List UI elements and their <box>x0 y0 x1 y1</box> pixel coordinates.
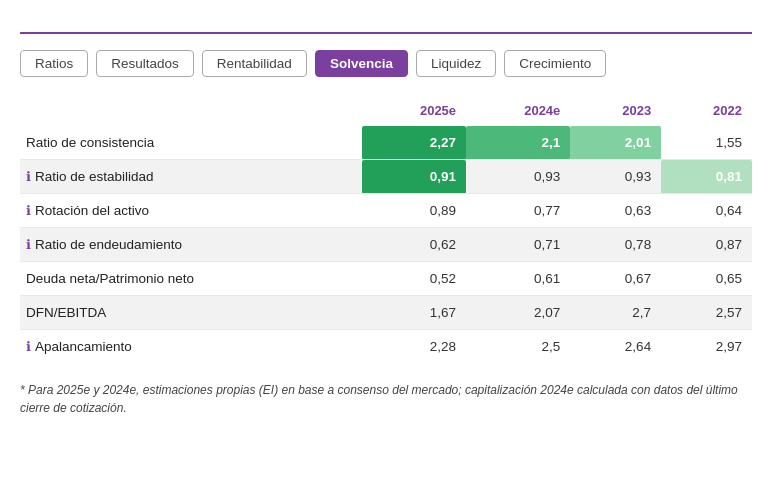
row-label-2: ℹRotación del activo <box>20 194 362 228</box>
row-label-text-2: Rotación del activo <box>35 203 149 218</box>
row-label-5: DFN/EBITDA <box>20 296 362 330</box>
info-icon[interactable]: ℹ <box>26 203 31 218</box>
info-icon[interactable]: ℹ <box>26 169 31 184</box>
cell-r4-c3: 0,65 <box>661 262 752 296</box>
cell-r1-c0: 0,91 <box>362 160 466 194</box>
cell-r3-c3: 0,87 <box>661 228 752 262</box>
footnote: * Para 2025e y 2024e, estimaciones propi… <box>20 381 752 417</box>
table-row: ℹRotación del activo0,890,770,630,64 <box>20 194 752 228</box>
row-label-text-5: DFN/EBITDA <box>26 305 106 320</box>
cell-r3-c0: 0,62 <box>362 228 466 262</box>
row-label-0: Ratio de consistencia <box>20 126 362 160</box>
row-label-6: ℹApalancamiento <box>20 330 362 364</box>
table-row: ℹRatio de estabilidad0,910,930,930,81 <box>20 160 752 194</box>
row-label-text-1: Ratio de estabilidad <box>35 169 154 184</box>
data-table: 2025e2024e20232022 Ratio de consistencia… <box>20 99 752 363</box>
cell-r2-c0: 0,89 <box>362 194 466 228</box>
cell-r2-c3: 0,64 <box>661 194 752 228</box>
col-header-2023: 2023 <box>570 99 661 126</box>
cell-r4-c1: 0,61 <box>466 262 570 296</box>
tab-ratios[interactable]: Ratios <box>20 50 88 77</box>
cell-r2-c1: 0,77 <box>466 194 570 228</box>
cell-r1-c1: 0,93 <box>466 160 570 194</box>
cell-r5-c1: 2,07 <box>466 296 570 330</box>
row-label-text-6: Apalancamiento <box>35 339 132 354</box>
table-row: Ratio de consistencia2,272,12,011,55 <box>20 126 752 160</box>
main-container: RatiosResultadosRentabilidadSolvenciaLiq… <box>0 0 772 433</box>
cell-r5-c0: 1,67 <box>362 296 466 330</box>
table-row: ℹApalancamiento2,282,52,642,97 <box>20 330 752 364</box>
row-label-text-0: Ratio de consistencia <box>26 135 154 150</box>
row-label-text-4: Deuda neta/Patrimonio neto <box>26 271 194 286</box>
row-label-4: Deuda neta/Patrimonio neto <box>20 262 362 296</box>
row-label-text-3: Ratio de endeudamiento <box>35 237 182 252</box>
info-icon[interactable]: ℹ <box>26 237 31 252</box>
cell-r4-c2: 0,67 <box>570 262 661 296</box>
tab-rentabilidad[interactable]: Rentabilidad <box>202 50 307 77</box>
tab-solvencia[interactable]: Solvencia <box>315 50 408 77</box>
col-header-2022: 2022 <box>661 99 752 126</box>
cell-r5-c2: 2,7 <box>570 296 661 330</box>
row-label-1: ℹRatio de estabilidad <box>20 160 362 194</box>
cell-r3-c2: 0,78 <box>570 228 661 262</box>
cell-r0-c0: 2,27 <box>362 126 466 160</box>
tab-crecimiento[interactable]: Crecimiento <box>504 50 606 77</box>
table-row: ℹRatio de endeudamiento0,620,710,780,87 <box>20 228 752 262</box>
cell-r5-c3: 2,57 <box>661 296 752 330</box>
col-header-2024e: 2024e <box>466 99 570 126</box>
tab-bar: RatiosResultadosRentabilidadSolvenciaLiq… <box>20 50 752 77</box>
tab-liquidez[interactable]: Liquidez <box>416 50 496 77</box>
info-icon[interactable]: ℹ <box>26 339 31 354</box>
cell-r6-c2: 2,64 <box>570 330 661 364</box>
cell-r1-c2: 0,93 <box>570 160 661 194</box>
table-row: DFN/EBITDA1,672,072,72,57 <box>20 296 752 330</box>
cell-r0-c3: 1,55 <box>661 126 752 160</box>
col-header-2025e: 2025e <box>362 99 466 126</box>
cell-r0-c1: 2,1 <box>466 126 570 160</box>
cell-r4-c0: 0,52 <box>362 262 466 296</box>
col-header-label <box>20 99 362 126</box>
cell-r6-c0: 2,28 <box>362 330 466 364</box>
header-divider <box>20 32 752 34</box>
cell-r2-c2: 0,63 <box>570 194 661 228</box>
tab-resultados[interactable]: Resultados <box>96 50 194 77</box>
cell-r6-c3: 2,97 <box>661 330 752 364</box>
cell-r3-c1: 0,71 <box>466 228 570 262</box>
cell-r1-c3: 0,81 <box>661 160 752 194</box>
cell-r6-c1: 2,5 <box>466 330 570 364</box>
table-row: Deuda neta/Patrimonio neto0,520,610,670,… <box>20 262 752 296</box>
row-label-3: ℹRatio de endeudamiento <box>20 228 362 262</box>
cell-r0-c2: 2,01 <box>570 126 661 160</box>
